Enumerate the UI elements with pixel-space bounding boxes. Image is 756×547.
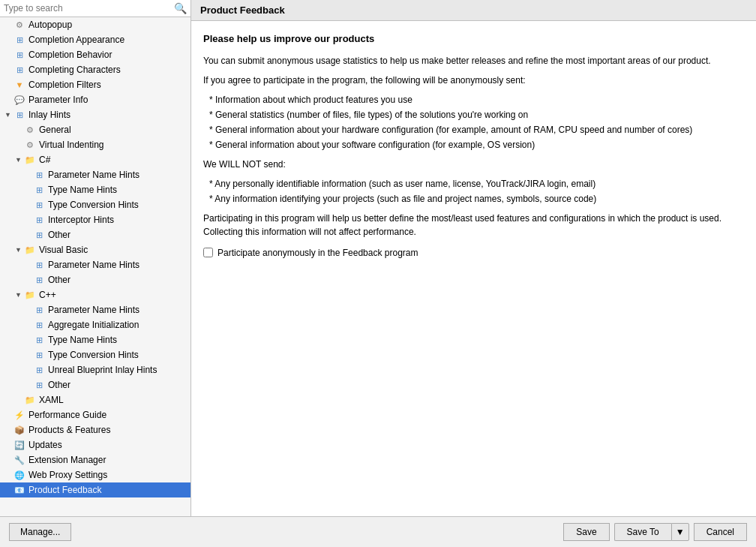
hint-icon: ⊞ bbox=[33, 274, 45, 286]
tree-item-parameter-name-hints-cpp[interactable]: ⊞Parameter Name Hints bbox=[0, 302, 190, 317]
folder-icon: 📁 bbox=[24, 154, 36, 166]
right-buttons: Save Save To ▼ Cancel bbox=[563, 523, 747, 541]
tree-item-completion-appearance[interactable]: ⊞Completion Appearance bbox=[0, 32, 190, 47]
tree-label-web-proxy-settings: Web Proxy Settings bbox=[28, 470, 107, 480]
tree-item-other-cs[interactable]: ⊞Other bbox=[0, 227, 190, 242]
ext-icon: 🔧 bbox=[14, 454, 26, 466]
hint-icon: ⊞ bbox=[33, 334, 45, 346]
tree-label-parameter-name-hints-cpp: Parameter Name Hints bbox=[48, 305, 140, 315]
tree-item-parameter-name-hints-cs[interactable]: ⊞Parameter Name Hints bbox=[0, 167, 190, 182]
tree-item-parameter-info[interactable]: 💬Parameter Info bbox=[0, 92, 190, 107]
hint-icon: ⊞ bbox=[33, 214, 45, 226]
tree-item-updates[interactable]: 🔄Updates bbox=[0, 437, 190, 452]
gear-icon: ⚙ bbox=[24, 139, 36, 151]
tree-item-type-name-hints-cs[interactable]: ⊞Type Name Hints bbox=[0, 182, 190, 197]
tree-item-xaml[interactable]: 📁XAML bbox=[0, 392, 190, 407]
tree-label-completion-filters: Completion Filters bbox=[28, 80, 101, 90]
tree-item-product-feedback[interactable]: 📧Product Feedback bbox=[0, 482, 190, 497]
filter-icon: ▼ bbox=[14, 79, 26, 91]
folder-icon: 📁 bbox=[24, 289, 36, 301]
save-to-button[interactable]: Save To bbox=[614, 523, 671, 541]
perf-icon: ⚡ bbox=[14, 409, 26, 421]
right-panel: Product Feedback Please help us improve … bbox=[191, 0, 756, 516]
will-send-item: * Information about which product featur… bbox=[209, 93, 744, 107]
tree-item-inlay-hints[interactable]: ▼⊞Inlay Hints bbox=[0, 107, 190, 122]
will-send-item: * General statistics (number of files, f… bbox=[209, 108, 744, 122]
tree-arrow-csharp: ▼ bbox=[15, 156, 24, 164]
content-title: Please help us improve our products bbox=[203, 32, 744, 47]
hint-icon: ⊞ bbox=[33, 184, 45, 196]
tree-item-extension-manager[interactable]: 🔧Extension Manager bbox=[0, 452, 190, 467]
tree-label-inlay-hints: Inlay Hints bbox=[28, 110, 70, 120]
tree-item-unreal-hints-cpp[interactable]: ⊞Unreal Blueprint Inlay Hints bbox=[0, 362, 190, 377]
tree-item-completion-filters[interactable]: ▼Completion Filters bbox=[0, 77, 190, 92]
tree-item-other-cpp[interactable]: ⊞Other bbox=[0, 377, 190, 392]
tree-item-aggregate-init-cpp[interactable]: ⊞Aggregate Initialization bbox=[0, 317, 190, 332]
panel-header: Product Feedback bbox=[191, 0, 756, 21]
tree-label-other-cs: Other bbox=[48, 230, 70, 240]
save-button[interactable]: Save bbox=[563, 523, 609, 541]
hint-icon: ⊞ bbox=[33, 349, 45, 361]
tree-item-performance-guide[interactable]: ⚡Performance Guide bbox=[0, 407, 190, 422]
tree-item-products-features[interactable]: 📦Products & Features bbox=[0, 422, 190, 437]
tree-label-visual-basic: Visual Basic bbox=[39, 245, 88, 255]
gear-icon: ⚙ bbox=[14, 19, 26, 31]
tree-item-parameter-name-hints-vb[interactable]: ⊞Parameter Name Hints bbox=[0, 257, 190, 272]
feedback-icon: 📧 bbox=[14, 484, 26, 496]
tree-item-type-conversion-hints-cpp[interactable]: ⊞Type Conversion Hints bbox=[0, 347, 190, 362]
will-not-send-item: * Any personally identifiable informatio… bbox=[209, 177, 744, 191]
tree-label-type-name-hints-cs: Type Name Hints bbox=[48, 185, 117, 195]
completion-icon: ⊞ bbox=[14, 34, 26, 46]
tree-item-general[interactable]: ⚙General bbox=[0, 122, 190, 137]
hint-icon: ⊞ bbox=[33, 379, 45, 391]
will-not-label: We WILL NOT send: bbox=[203, 158, 744, 171]
hint-icon: ⊞ bbox=[33, 169, 45, 181]
tree-label-cpp: C++ bbox=[39, 290, 56, 300]
tree-label-autopopup: Autopopup bbox=[28, 20, 72, 30]
tree-label-parameter-info: Parameter Info bbox=[28, 95, 88, 105]
folder-icon: 📁 bbox=[24, 394, 36, 406]
intro-text: You can submit anonymous usage statistic… bbox=[203, 54, 744, 68]
hint-icon: ⊞ bbox=[33, 199, 45, 211]
participation-text: Participating in this program will help … bbox=[203, 212, 744, 239]
tree-container: ⚙Autopopup⊞Completion Appearance⊞Complet… bbox=[0, 17, 190, 516]
if-agree-text: If you agree to participate in the progr… bbox=[203, 74, 744, 87]
inlay-icon: ⊞ bbox=[14, 109, 26, 121]
search-icon[interactable]: 🔍 bbox=[174, 2, 187, 14]
tree-item-visual-basic[interactable]: ▼📁Visual Basic bbox=[0, 242, 190, 257]
left-panel: 🔍 ⚙Autopopup⊞Completion Appearance⊞Compl… bbox=[0, 0, 191, 516]
panel-content: Please help us improve our products You … bbox=[191, 21, 756, 516]
tree-item-type-name-hints-cpp[interactable]: ⊞Type Name Hints bbox=[0, 332, 190, 347]
tree-item-autopopup[interactable]: ⚙Autopopup bbox=[0, 17, 190, 32]
tree-label-completion-appearance: Completion Appearance bbox=[28, 35, 124, 45]
tree-item-other-vb[interactable]: ⊞Other bbox=[0, 272, 190, 287]
search-bar: 🔍 bbox=[0, 0, 190, 17]
tree-item-interceptor-hints-cs[interactable]: ⊞Interceptor Hints bbox=[0, 212, 190, 227]
checkbox-label: Participate anonymously in the Feedback … bbox=[218, 246, 418, 260]
tree-item-csharp[interactable]: ▼📁C# bbox=[0, 152, 190, 167]
tree-label-completing-characters: Completing Characters bbox=[28, 65, 121, 75]
manage-button[interactable]: Manage... bbox=[9, 523, 71, 541]
tree-item-virtual-indenting[interactable]: ⚙Virtual Indenting bbox=[0, 137, 190, 152]
tree-item-completion-behavior[interactable]: ⊞Completion Behavior bbox=[0, 47, 190, 62]
tree-item-cpp[interactable]: ▼📁C++ bbox=[0, 287, 190, 302]
main-container: 🔍 ⚙Autopopup⊞Completion Appearance⊞Compl… bbox=[0, 0, 756, 516]
tree-item-type-conversion-hints-cs[interactable]: ⊞Type Conversion Hints bbox=[0, 197, 190, 212]
tree-label-updates: Updates bbox=[28, 440, 62, 450]
tree-item-web-proxy-settings[interactable]: 🌐Web Proxy Settings bbox=[0, 467, 190, 482]
tree-arrow-cpp: ▼ bbox=[15, 291, 24, 299]
will-not-send-list: * Any personally identifiable informatio… bbox=[209, 177, 744, 206]
cancel-button[interactable]: Cancel bbox=[694, 523, 747, 541]
search-input[interactable] bbox=[4, 3, 174, 14]
products-icon: 📦 bbox=[14, 424, 26, 436]
tree-label-general: General bbox=[39, 125, 71, 135]
will-send-list: * Information about which product featur… bbox=[209, 93, 744, 152]
tree-label-other-vb: Other bbox=[48, 275, 70, 285]
completion-icon: ⊞ bbox=[14, 49, 26, 61]
updates-icon: 🔄 bbox=[14, 439, 26, 451]
save-to-arrow-button[interactable]: ▼ bbox=[671, 523, 689, 541]
proxy-icon: 🌐 bbox=[14, 469, 26, 481]
feedback-checkbox[interactable] bbox=[203, 248, 213, 257]
tree-label-unreal-hints-cpp: Unreal Blueprint Inlay Hints bbox=[48, 365, 157, 375]
tree-item-completing-characters[interactable]: ⊞Completing Characters bbox=[0, 62, 190, 77]
